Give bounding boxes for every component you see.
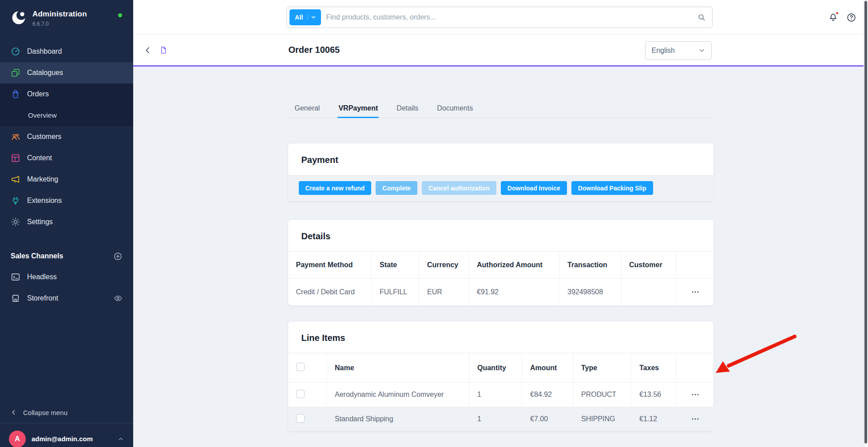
chevron-left-icon [10,408,18,416]
cell-transaction: 392498508 [559,279,621,306]
catalogues-icon [11,68,20,78]
details-card-title: Details [288,220,713,251]
column-header-transaction[interactable]: Transaction [559,252,621,279]
sidebar-item-extensions[interactable]: Extensions [0,190,133,211]
main-nav: Dashboard Catalogues Orders Overview Cu [0,41,133,233]
details-header-row: Payment Method State Currency Authorized… [288,252,714,279]
column-header-currency[interactable]: Currency [419,252,469,279]
cell-type: PRODUCT [573,383,631,407]
cell-currency: EUR [419,279,469,306]
sidebar-item-label: Catalogues [27,69,63,77]
language-select[interactable]: English [645,41,712,60]
sidebar-item-label: Content [27,154,52,162]
extensions-icon [11,196,20,206]
app-version: 6.6.7.0 [32,21,87,27]
column-header-taxes[interactable]: Taxes [631,353,676,383]
app-title: Administration [32,10,87,19]
download-packing-slip-button[interactable]: Download Packing Slip [571,181,653,195]
column-header-actions [676,353,714,383]
row-checkbox[interactable] [296,414,305,423]
search-input[interactable] [326,13,692,21]
payment-card: Payment Create a new refund Complete Can… [288,143,714,202]
tab-details[interactable]: Details [396,100,419,118]
sidebar-item-dashboard[interactable]: Dashboard [0,41,133,62]
scrollbar-thumb[interactable] [864,1,867,443]
cell-type: SHIPPING [573,407,631,431]
line-item-row: Standard Shipping 1 €7.00 SHIPPING €1.12 [288,407,714,431]
column-header-amount[interactable]: Amount [522,353,573,383]
details-table: Payment Method State Currency Authorized… [288,251,714,305]
sidebar-item-label: Settings [27,218,53,226]
context-menu-button[interactable] [689,413,702,425]
sidebar-item-label: Marketing [27,175,58,183]
tab-general[interactable]: General [294,100,321,118]
create-refund-button[interactable]: Create a new refund [299,181,372,195]
sidebar-item-orders-overview[interactable]: Overview [0,105,133,126]
column-header-quantity[interactable]: Quantity [469,353,522,383]
chevron-down-icon [699,47,705,54]
cell-amount: €84.92 [522,383,573,407]
dashboard-icon [11,47,20,56]
main-area: All Order 10 [133,0,868,447]
details-row: Credit / Debit Card FULFILL EUR €91.92 3… [288,279,714,306]
row-checkbox[interactable] [296,390,305,398]
brand: Administration 6.6.7.0 [0,0,133,41]
back-button[interactable] [143,45,153,55]
sidebar-item-label: Overview [28,111,57,119]
topbar: All [133,0,868,35]
tab-vrpayment[interactable]: VRPayment [337,100,379,118]
cell-name: Standard Shipping [327,407,469,431]
cell-state: FULFILL [372,279,419,306]
collapse-menu-button[interactable]: Collapse menu [0,402,133,423]
eye-icon[interactable] [114,294,123,303]
sidebar-item-storefront[interactable]: Storefront [0,288,133,309]
help-icon[interactable] [846,12,856,23]
tab-documents[interactable]: Documents [436,100,474,118]
user-menu[interactable]: A admin@admin.com [0,423,133,447]
customers-icon [11,132,20,142]
shopware-logo-icon [11,10,27,26]
tab-bar: General VRPayment Details Documents [288,100,714,118]
complete-button[interactable]: Complete [376,181,417,195]
search-filter-button[interactable]: All [289,9,321,25]
sidebar-item-headless[interactable]: Headless [0,266,133,288]
context-menu-button[interactable] [689,286,702,298]
column-header-type[interactable]: Type [573,353,631,383]
line-item-row: Aerodynamic Aluminum Comveyer 1 €84.92 P… [288,383,714,407]
column-header-name[interactable]: Name [327,353,469,383]
search-icon[interactable] [697,13,706,22]
download-invoice-button[interactable]: Download Invoice [501,181,567,195]
cell-customer [621,279,676,306]
sidebar-item-label: Customers [27,133,61,141]
column-header-actions [676,252,714,279]
column-header-payment-method[interactable]: Payment Method [288,252,372,279]
cell-amount: €7.00 [522,407,573,431]
column-header-authorized-amount[interactable]: Authorized Amount [469,252,559,279]
line-items-card: Line Items Name Quantity Amount Type Tax… [288,321,714,431]
cell-authorized-amount: €91.92 [469,279,559,306]
add-sales-channel-icon[interactable] [113,252,123,261]
column-header-state[interactable]: State [372,252,419,279]
global-search: All [286,7,713,28]
user-email: admin@admin.com [32,435,93,443]
sidebar-item-content[interactable]: Content [0,147,133,169]
marketing-icon [11,174,20,184]
search-filter-label: All [295,14,303,21]
cell-taxes: €1.12 [631,407,676,431]
sidebar-item-catalogues[interactable]: Catalogues [0,62,133,83]
cell-quantity: 1 [469,407,522,431]
column-header-customer[interactable]: Customer [621,252,676,279]
chevron-up-icon [117,435,124,443]
content-icon [11,153,20,163]
sidebar-item-customers[interactable]: Customers [0,126,133,147]
select-all-checkbox[interactable] [296,363,305,371]
sidebar-item-marketing[interactable]: Marketing [0,169,133,190]
scrollbar [864,0,868,447]
cancel-authorization-button[interactable]: Cancel authorization [422,181,496,195]
sidebar-item-settings[interactable]: Settings [0,211,133,233]
sidebar-item-orders[interactable]: Orders [0,83,133,105]
context-menu-button[interactable] [689,388,702,401]
line-items-header-row: Name Quantity Amount Type Taxes [288,353,714,383]
notifications-bell-icon[interactable] [828,12,838,23]
language-value: English [652,47,675,55]
